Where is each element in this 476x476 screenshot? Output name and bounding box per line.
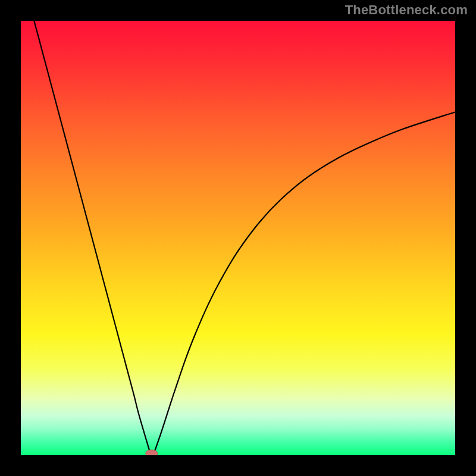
watermark-text: TheBottleneck.com xyxy=(345,2,468,18)
chart-frame: TheBottleneck.com xyxy=(0,0,476,476)
bottleneck-curve xyxy=(21,21,455,455)
curve-svg xyxy=(21,21,455,455)
minimum-point-marker xyxy=(146,450,158,455)
plot-area xyxy=(21,21,455,455)
